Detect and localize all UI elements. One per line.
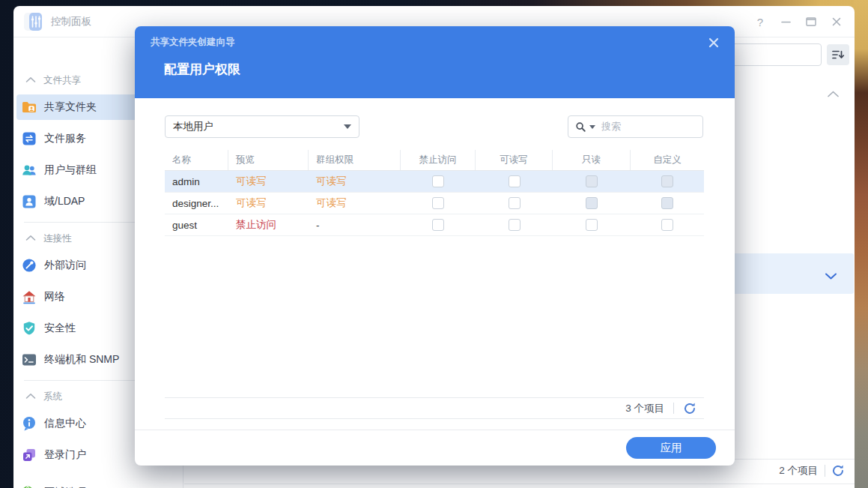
permissions-table: 名称预览群组权限禁止访问可读写只读自定义 admin可读写可读写designer…: [165, 150, 704, 236]
table-cell: [553, 214, 631, 235]
sidebar-item-label: 登录门户: [44, 448, 86, 462]
table-cell: 禁止访问: [228, 214, 309, 235]
chevron-up-icon: [25, 75, 36, 85]
table-cell: admin: [165, 171, 228, 192]
column-header[interactable]: 群组权限: [309, 150, 401, 170]
step-title: 配置用户权限: [164, 61, 240, 78]
sidebar-item-label: 共享文件夹: [44, 100, 97, 114]
table-cell: [476, 214, 553, 235]
sidebar-item-label: 安全性: [44, 322, 76, 335]
shared-folder-icon: [21, 99, 37, 115]
sidebar-item-label: 域/LDAP: [44, 195, 85, 208]
modal-refresh-button[interactable]: [683, 402, 696, 415]
control-panel-icon: [23, 12, 43, 31]
table-cell: [631, 214, 704, 235]
content-divider-bottom: [184, 484, 855, 484]
sidebar-item-label: 用户与群组: [44, 163, 97, 177]
login-portal-icon: [21, 447, 37, 463]
permission-row[interactable]: designer...可读写可读写: [165, 193, 704, 214]
maximize-button[interactable]: [804, 14, 819, 29]
dropdown-caret-icon: [344, 124, 351, 129]
sort-button[interactable]: [827, 44, 849, 65]
chevron-up-icon: [25, 391, 36, 402]
permission-checkbox[interactable]: [509, 219, 521, 231]
section-label: 文件共享: [43, 74, 81, 87]
table-cell: 可读写: [228, 193, 309, 214]
table-cell: [553, 171, 631, 192]
expand-chevron-down-icon[interactable]: [825, 270, 837, 283]
sidebar-item-label: 终端机和 SNMP: [44, 353, 119, 367]
table-cell: designer...: [165, 193, 228, 214]
table-cell: 可读写: [309, 171, 401, 192]
dialog-footer-divider: [135, 430, 735, 430]
dialog-header: 共享文件夹创建向导 配置用户权限: [135, 26, 735, 98]
column-header[interactable]: 预览: [228, 150, 309, 170]
apply-button[interactable]: 应用: [626, 437, 716, 459]
footer-divider: [673, 403, 674, 414]
user-type-value: 本地用户: [173, 120, 344, 133]
permission-checkbox: [586, 175, 598, 187]
permission-row[interactable]: admin可读写可读写: [165, 171, 704, 193]
sidebar-item[interactable]: 区域选项: [13, 477, 183, 488]
sidebar-item-label: 网络: [44, 290, 65, 304]
table-header: 名称预览群组权限禁止访问可读写只读自定义: [165, 150, 704, 171]
dialog-close-button[interactable]: [705, 34, 723, 52]
close-window-button[interactable]: [829, 14, 844, 29]
wizard-title: 共享文件夹创建向导: [151, 36, 235, 49]
desktop: 控制面板 ? 搜索 文: [0, 0, 868, 488]
search-icon: [575, 121, 586, 133]
collapse-chevron-up-icon[interactable]: [827, 88, 840, 101]
permission-checkbox: [661, 175, 673, 187]
table-cell: guest: [165, 214, 228, 235]
domain-ldap-icon: [21, 193, 37, 210]
permission-checkbox[interactable]: [509, 175, 521, 187]
user-type-dropdown[interactable]: 本地用户: [165, 115, 359, 138]
table-cell: -: [309, 214, 401, 235]
permission-row[interactable]: guest禁止访问-: [165, 214, 704, 236]
permission-checkbox[interactable]: [432, 197, 444, 209]
terminal-snmp-icon: [21, 352, 37, 368]
shared-folder-wizard-dialog: 共享文件夹创建向导 配置用户权限 本地用户 搜索 名称预览群组权限禁止访问可读写…: [135, 26, 735, 466]
permission-checkbox[interactable]: [509, 197, 521, 209]
table-cell: [476, 193, 553, 214]
permission-checkbox[interactable]: [661, 219, 673, 231]
modal-items-count: 3 个项目: [625, 402, 664, 415]
refresh-icon: [831, 464, 845, 478]
help-button[interactable]: ?: [753, 14, 768, 29]
footer-divider: [825, 465, 825, 477]
column-header[interactable]: 禁止访问: [401, 150, 476, 170]
permission-checkbox: [661, 197, 673, 209]
permission-checkbox[interactable]: [432, 175, 444, 187]
sidebar-item-label: 外部访问: [44, 259, 86, 272]
external-access-icon: [21, 257, 37, 274]
section-label: 系统: [43, 391, 62, 403]
column-header[interactable]: 只读: [553, 150, 631, 170]
permission-checkbox[interactable]: [586, 219, 598, 231]
minimize-button[interactable]: [778, 14, 793, 29]
permission-search-input[interactable]: 搜索: [568, 115, 703, 138]
desktop-wallpaper-edge: [854, 0, 868, 488]
regional-icon: [21, 484, 37, 488]
permission-search-placeholder: 搜索: [601, 120, 621, 133]
background-items-count: 2 个项目: [734, 464, 818, 478]
chevron-up-icon: [25, 233, 36, 244]
permission-checkbox[interactable]: [432, 219, 444, 231]
column-header[interactable]: 可读写: [476, 150, 553, 170]
table-cell: [476, 171, 553, 192]
close-icon: [708, 37, 719, 48]
sidebar-item-label: 信息中心: [44, 417, 86, 430]
background-refresh-button[interactable]: [831, 464, 845, 478]
permission-checkbox: [586, 197, 598, 209]
section-label: 连接性: [43, 232, 72, 245]
table-cell: [401, 214, 476, 235]
column-header[interactable]: 自定义: [631, 150, 704, 170]
window-title: 控制面板: [51, 6, 91, 37]
table-cell: 可读写: [228, 171, 309, 192]
table-cell: [631, 171, 704, 192]
sort-list-icon: [831, 49, 845, 61]
refresh-icon: [683, 402, 696, 415]
table-cell: [401, 171, 476, 192]
search-options-caret-icon: [589, 125, 595, 129]
column-header[interactable]: 名称: [165, 150, 228, 170]
table-cell: [553, 193, 631, 214]
